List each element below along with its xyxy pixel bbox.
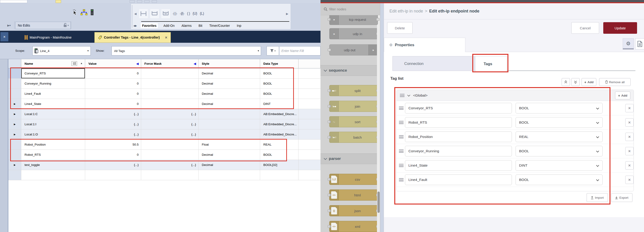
tag-name-cell[interactable]: Local:1:C (21, 109, 85, 119)
tag-data-type-cell[interactable]: BOOL (260, 150, 298, 160)
tag-grid-row[interactable]: Local:1:I {...} {...} AB:Embedded_Discre… (8, 119, 320, 129)
col-header-force-mask[interactable]: Force Mask (141, 59, 198, 68)
move-down-button[interactable] (571, 78, 580, 86)
palette-node[interactable]: » udp in (329, 28, 378, 39)
drag-handle-icon[interactable] (399, 164, 404, 167)
tabs-scroll-left-icon[interactable]: ◀ ▶ (133, 24, 136, 27)
tab-mainroutine[interactable]: MainProgram - MainRoutine (21, 32, 75, 43)
network-browse-icon[interactable] (80, 9, 88, 15)
monitor-arrow-icon[interactable] (194, 62, 196, 65)
tag-type-select[interactable]: DINT (516, 160, 602, 171)
plc-top-toolbar-button[interactable] (144, 0, 150, 3)
scroll-right-icon[interactable]: ▶ (286, 12, 288, 15)
remove-tag-button[interactable] (625, 161, 634, 170)
plc-top-toolbar-button[interactable] (137, 0, 142, 3)
row-indicator-cell[interactable] (8, 129, 21, 140)
tag-grid-row[interactable]: Local:1:O {...} {...} AB:Embedded_Discre… (8, 129, 320, 140)
branch-rung-icon[interactable] (150, 9, 159, 18)
tag-grid-row[interactable]: Conveyor_RTS 0 Decimal BOOL (8, 68, 320, 79)
tag-style-cell[interactable]: Decimal (198, 89, 260, 99)
tag-style-cell[interactable] (198, 129, 260, 140)
remove-tag-button[interactable] (625, 176, 634, 184)
tag-value-cell[interactable]: {...} (85, 129, 141, 140)
palette-node[interactable]: ↑↓ sort (329, 116, 378, 127)
tag-grid-row[interactable]: Conveyor_Running 0 Decimal BOOL (8, 79, 320, 89)
tag-value-cell[interactable]: {...} (85, 119, 141, 129)
tag-name-cell[interactable]: Line4_State (21, 99, 85, 109)
tag-name-cell[interactable]: Conveyor_Running (21, 79, 85, 89)
instruction-glyph-icon[interactable]: (U) (192, 11, 197, 16)
row-indicator-cell[interactable] (8, 68, 21, 79)
filter-button[interactable]: ▾ (266, 46, 279, 55)
drag-handle-icon[interactable] (399, 150, 404, 153)
instruction-tab[interactable]: Alarms (180, 23, 193, 28)
drag-handle-icon[interactable] (399, 121, 404, 124)
lock-icon[interactable]: ▾ (64, 23, 69, 27)
node-description-icon-button[interactable] (635, 38, 644, 49)
instruction-tab[interactable]: Favorites (141, 23, 158, 28)
tag-style-cell[interactable]: Float (198, 140, 260, 150)
tag-name-input[interactable]: Conveyor_Running (405, 146, 512, 156)
tag-type-select[interactable]: BOOL (516, 103, 602, 113)
remove-tag-button[interactable] (625, 104, 634, 112)
tag-data-type-cell[interactable]: BOOL (260, 68, 298, 79)
tag-group-header[interactable]: <Global> Add (397, 90, 634, 101)
tag-name-cell[interactable]: Line4_Fault (21, 89, 85, 99)
remove-tag-button[interactable] (625, 118, 634, 127)
tag-name-input[interactable]: Robot_RTS (405, 117, 512, 128)
remove-all-button[interactable]: Remove all (599, 78, 630, 86)
rung-edit-dropdown[interactable] (5, 22, 13, 29)
rung-icon[interactable] (139, 9, 148, 18)
row-indicator-cell[interactable] (8, 150, 21, 160)
expand-arrow-icon[interactable] (14, 103, 16, 105)
tag-value-cell[interactable]: 0 (85, 150, 141, 160)
plc-top-toolbar-button[interactable] (130, 0, 135, 3)
add-tag-button[interactable]: Add (582, 78, 596, 86)
scope-dropdown[interactable]: Line_4 (32, 46, 91, 55)
plc-top-combobox[interactable] (0, 0, 27, 3)
show-dropdown[interactable]: All Tags (112, 46, 261, 55)
palette-node[interactable]: » tcp request (329, 14, 378, 25)
tag-value-cell[interactable]: 0 (85, 68, 141, 79)
palette-node[interactable]: {} json (329, 205, 378, 216)
palette-node[interactable]: 1,2 csv (329, 174, 378, 185)
palette-node[interactable]: ∷▸■ join (329, 101, 378, 112)
tag-data-type-cell[interactable]: BOOL (260, 89, 298, 99)
toolbar-grip-handle[interactable] (132, 5, 133, 28)
palette-node[interactable]: <> xml (329, 221, 378, 232)
col-header-value[interactable]: Value (85, 59, 141, 68)
tag-grid-row[interactable]: test_toggle {...} {...} Decimal BOOL[32] (8, 160, 320, 170)
move-up-button[interactable] (562, 78, 570, 86)
tag-grid-row[interactable]: Line4_State 0 Decimal DINT (8, 99, 320, 109)
import-button[interactable]: Import (586, 193, 608, 202)
export-button[interactable]: Export (611, 193, 632, 202)
tag-name-input[interactable]: Line4_State (405, 160, 512, 171)
tag-force-mask-cell[interactable] (141, 68, 198, 79)
palette-scrollbar[interactable] (377, 3, 380, 232)
col-header-data-type[interactable]: Data Type (260, 59, 298, 68)
sort-ascending-icon[interactable] (80, 62, 82, 64)
instruction-tab[interactable]: Bit (197, 23, 204, 28)
palette-category-sequence[interactable]: sequence (320, 65, 380, 76)
tag-name-cell[interactable]: test_toggle (21, 160, 85, 170)
row-indicator-cell[interactable] (8, 160, 21, 170)
expand-arrow-icon[interactable] (14, 133, 16, 136)
tag-type-select[interactable]: BOOL (516, 175, 602, 185)
scrollbar-thumb[interactable] (378, 192, 380, 213)
expand-arrow-icon[interactable] (14, 113, 16, 115)
row-indicator-cell[interactable] (8, 109, 21, 119)
tag-grid-row[interactable]: Robot_RTS 0 Decimal BOOL (8, 150, 320, 160)
instruction-glyph-icon[interactable]: -| |- (173, 11, 177, 16)
instruction-glyph-icon[interactable]: ( ) (187, 11, 190, 16)
drag-handle-icon[interactable] (399, 107, 404, 110)
tag-name-cell[interactable]: Robot_Position (21, 140, 85, 150)
tag-name-cell[interactable]: Conveyor_RTS (21, 68, 85, 79)
tag-grid-row[interactable]: Local:1:C {...} {...} AB:Embedded_Discre… (8, 109, 320, 119)
sort-options-icon[interactable] (72, 61, 77, 66)
edit-properties-icon-button[interactable] (623, 38, 634, 49)
tag-force-mask-cell[interactable]: {...} (141, 109, 198, 119)
branch-rung-wrap-icon[interactable] (162, 9, 170, 18)
monitor-arrow-icon[interactable] (136, 62, 138, 65)
close-pane-icon[interactable] (0, 32, 8, 41)
drag-handle-icon[interactable] (399, 178, 404, 181)
